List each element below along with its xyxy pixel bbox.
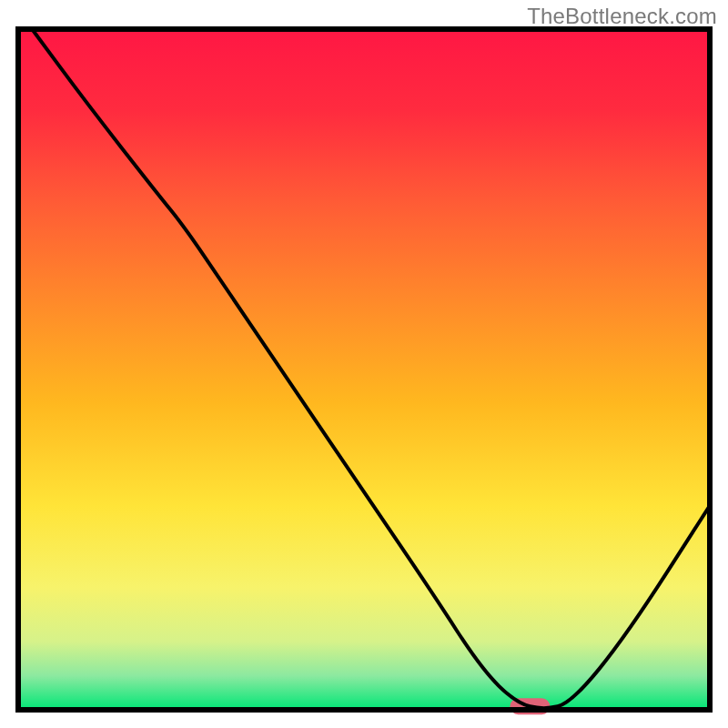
bottleneck-chart — [0, 0, 728, 728]
chart-container: TheBottleneck.com — [0, 0, 728, 728]
gradient-background — [18, 29, 710, 710]
watermark-text: TheBottleneck.com — [527, 4, 717, 29]
